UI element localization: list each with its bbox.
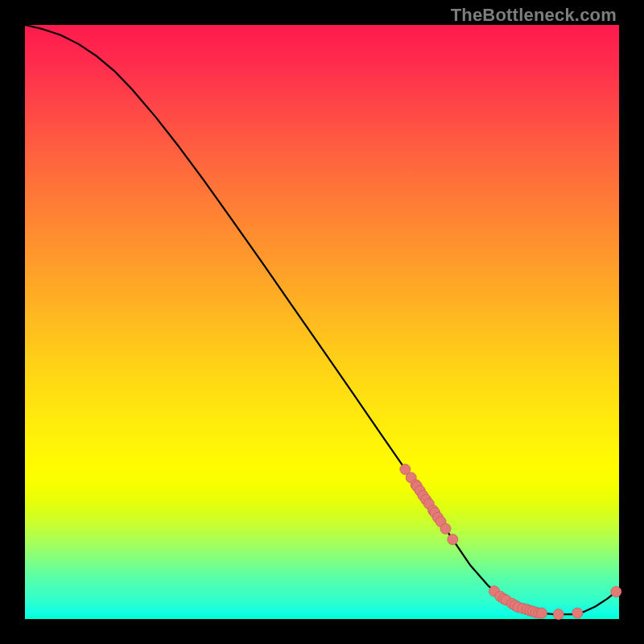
watermark-text: TheBottleneck.com — [451, 5, 617, 26]
data-marker — [553, 609, 564, 620]
chart-overlay-svg — [25, 25, 619, 619]
data-marker — [572, 608, 583, 618]
data-marker — [537, 608, 547, 618]
chart-stage: TheBottleneck.com — [0, 0, 644, 644]
data-marker — [440, 523, 451, 534]
data-marker — [448, 535, 458, 545]
data-markers-group — [400, 464, 621, 620]
bottleneck-curve — [25, 25, 619, 614]
data-marker — [611, 587, 621, 597]
